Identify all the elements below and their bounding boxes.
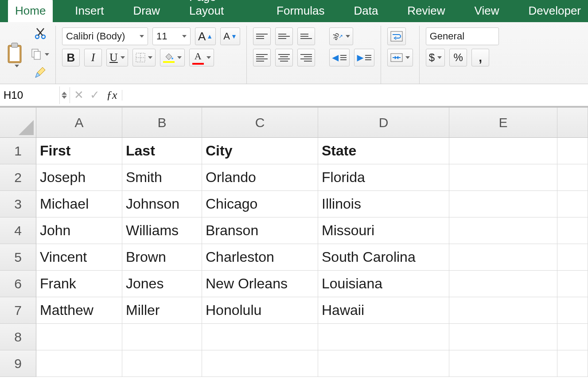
cell[interactable]: Michael <box>36 191 122 217</box>
formula-bar-input[interactable] <box>123 86 588 104</box>
cell[interactable]: City <box>202 138 318 164</box>
align-left-button[interactable] <box>253 49 271 66</box>
font-color-button[interactable]: A <box>189 49 214 66</box>
cell[interactable] <box>449 164 557 191</box>
comma-style-button[interactable]: , <box>471 49 489 66</box>
row-header-1[interactable]: 1 <box>0 138 36 164</box>
cell[interactable]: Williams <box>122 217 202 244</box>
font-name-dropdown[interactable]: Calibri (Body) <box>62 27 148 45</box>
cell[interactable]: Honolulu <box>202 297 318 324</box>
copy-button[interactable] <box>31 48 49 61</box>
cell[interactable]: Chicago <box>202 191 318 217</box>
bold-button[interactable]: B <box>62 49 80 66</box>
cell[interactable] <box>36 324 122 350</box>
cell[interactable] <box>318 350 449 377</box>
paste-button[interactable] <box>5 42 27 67</box>
enter-formula-button[interactable]: ✓ <box>87 88 103 102</box>
cell[interactable] <box>557 217 588 244</box>
tab-developer[interactable]: Developer <box>521 0 588 22</box>
cell[interactable]: Branson <box>202 217 318 244</box>
tab-view[interactable]: View <box>467 0 506 22</box>
cell[interactable]: South Carolina <box>318 244 449 271</box>
cell[interactable] <box>202 324 318 350</box>
column-header-A[interactable]: A <box>36 108 122 138</box>
cell[interactable] <box>449 244 557 271</box>
cell[interactable] <box>449 297 557 324</box>
cell[interactable] <box>449 271 557 297</box>
cell[interactable] <box>557 164 588 191</box>
cell[interactable]: Florida <box>318 164 449 191</box>
underline-button[interactable]: U <box>106 49 128 66</box>
cell[interactable]: Jones <box>122 271 202 297</box>
percent-button[interactable]: % <box>449 49 467 66</box>
cell[interactable] <box>557 324 588 350</box>
cell[interactable]: Smith <box>122 164 202 191</box>
cell[interactable]: Vincent <box>36 244 122 271</box>
currency-button[interactable]: $ <box>426 49 445 66</box>
decrease-font-size-button[interactable]: A ▼ <box>220 27 240 45</box>
align-center-button[interactable] <box>275 49 293 66</box>
cell[interactable] <box>557 271 588 297</box>
cell[interactable]: First <box>36 138 122 164</box>
cancel-formula-button[interactable]: ✕ <box>71 88 87 102</box>
tab-formulas[interactable]: Formulas <box>269 0 331 22</box>
cell[interactable] <box>318 324 449 350</box>
cell[interactable]: Missouri <box>318 217 449 244</box>
cell[interactable]: New Orleans <box>202 271 318 297</box>
cell[interactable] <box>557 191 588 217</box>
fx-label[interactable]: ƒx <box>103 89 121 102</box>
italic-button[interactable]: I <box>84 49 102 66</box>
cell[interactable] <box>36 350 122 377</box>
orientation-button[interactable]: ab ↗ <box>329 27 353 45</box>
decrease-indent-button[interactable]: ◀ <box>329 49 350 66</box>
tab-home[interactable]: Home <box>8 0 53 22</box>
align-right-button[interactable] <box>297 49 315 66</box>
number-format-dropdown[interactable]: General <box>426 27 499 45</box>
cell[interactable] <box>449 324 557 350</box>
cell[interactable]: Johnson <box>122 191 202 217</box>
cell[interactable] <box>122 324 202 350</box>
cell[interactable] <box>557 350 588 377</box>
cut-button[interactable] <box>34 27 47 43</box>
cell[interactable] <box>449 138 557 164</box>
row-header-4[interactable]: 4 <box>0 217 36 244</box>
select-all-corner[interactable] <box>0 108 36 138</box>
merge-center-button[interactable] <box>387 49 413 66</box>
column-header-B[interactable]: B <box>122 108 202 138</box>
row-header-8[interactable]: 8 <box>0 324 36 350</box>
wrap-text-button[interactable] <box>387 27 406 45</box>
cell[interactable] <box>449 217 557 244</box>
cell[interactable] <box>557 244 588 271</box>
tab-insert[interactable]: Insert <box>68 0 111 22</box>
tab-review[interactable]: Review <box>400 0 452 22</box>
cell[interactable]: Louisiana <box>318 271 449 297</box>
font-size-dropdown[interactable]: 11 <box>152 27 191 45</box>
row-header-3[interactable]: 3 <box>0 191 36 217</box>
cell[interactable]: Hawaii <box>318 297 449 324</box>
cell[interactable]: Miller <box>122 297 202 324</box>
cell[interactable]: Joseph <box>36 164 122 191</box>
align-bottom-button[interactable] <box>297 27 315 45</box>
cell[interactable]: Last <box>122 138 202 164</box>
borders-button[interactable] <box>132 49 156 66</box>
column-header-F[interactable] <box>557 108 588 138</box>
cell[interactable] <box>449 191 557 217</box>
cell[interactable] <box>557 138 588 164</box>
increase-font-size-button[interactable]: A ▲ <box>195 27 216 45</box>
align-top-button[interactable] <box>253 27 271 45</box>
row-header-5[interactable]: 5 <box>0 244 36 271</box>
align-middle-button[interactable] <box>275 27 293 45</box>
cell[interactable]: John <box>36 217 122 244</box>
row-header-7[interactable]: 7 <box>0 297 36 324</box>
name-box-spinner[interactable] <box>60 92 69 99</box>
tab-draw[interactable]: Draw <box>126 0 167 22</box>
column-header-E[interactable]: E <box>449 108 557 138</box>
cell[interactable] <box>557 297 588 324</box>
row-header-9[interactable]: 9 <box>0 350 36 377</box>
column-header-C[interactable]: C <box>202 108 318 138</box>
cell[interactable]: Charleston <box>202 244 318 271</box>
tab-page-layout[interactable]: Page Layout <box>182 0 254 22</box>
cell[interactable] <box>449 350 557 377</box>
name-box[interactable] <box>0 86 60 104</box>
cell[interactable]: Frank <box>36 271 122 297</box>
